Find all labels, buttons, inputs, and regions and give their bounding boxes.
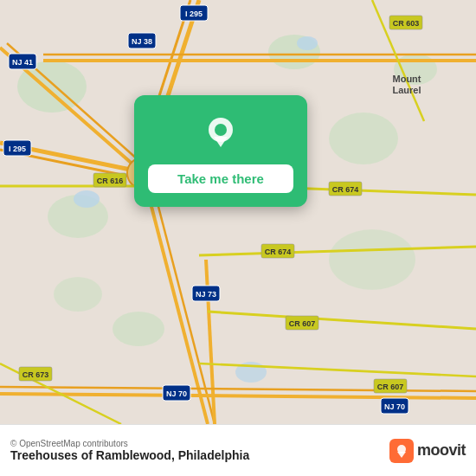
moovit-logo[interactable]: moovit	[389, 439, 466, 463]
take-me-there-button[interactable]: Take me there	[148, 164, 293, 193]
bottom-bar-text: © OpenStreetMap contributors Treehouses …	[10, 439, 249, 462]
bottom-bar: © OpenStreetMap contributors Treehouses …	[0, 424, 476, 476]
svg-point-7	[113, 312, 164, 346]
svg-text:CR 616: CR 616	[97, 177, 124, 185]
svg-point-10	[74, 190, 100, 208]
location-title: Treehouses of Ramblewood, Philadelphia	[10, 448, 249, 462]
cta-card: Take me there	[134, 95, 307, 207]
svg-text:NJ 70: NJ 70	[384, 402, 405, 411]
svg-text:I 295: I 295	[185, 10, 203, 18]
svg-text:NJ 70: NJ 70	[166, 389, 187, 398]
svg-text:CR 607: CR 607	[377, 383, 404, 391]
svg-text:I 295: I 295	[9, 145, 26, 153]
moovit-text: moovit	[417, 441, 466, 460]
location-pin-icon	[198, 111, 243, 156]
osm-attribution: © OpenStreetMap contributors	[10, 439, 249, 448]
map-background: I 295 NJ 38 NJ 41 I 295 CR 616 CR 674 CR…	[0, 0, 476, 424]
svg-point-8	[54, 277, 102, 312]
svg-text:Mount: Mount	[393, 74, 421, 84]
svg-text:Laurel: Laurel	[392, 85, 421, 95]
svg-text:CR 674: CR 674	[265, 248, 292, 256]
map-container: I 295 NJ 38 NJ 41 I 295 CR 616 CR 674 CR…	[0, 0, 476, 424]
svg-point-6	[329, 229, 415, 290]
svg-text:CR 673: CR 673	[23, 370, 49, 379]
svg-marker-65	[214, 137, 228, 147]
svg-point-5	[329, 113, 398, 164]
svg-text:NJ 73: NJ 73	[196, 290, 216, 299]
svg-point-64	[215, 124, 227, 136]
svg-text:CR 607: CR 607	[289, 319, 316, 328]
svg-point-9	[297, 36, 318, 50]
svg-text:CR 603: CR 603	[393, 19, 420, 28]
svg-text:CR 674: CR 674	[332, 185, 359, 194]
svg-text:NJ 38: NJ 38	[132, 37, 152, 46]
moovit-icon	[389, 439, 414, 463]
svg-text:NJ 41: NJ 41	[12, 58, 33, 67]
